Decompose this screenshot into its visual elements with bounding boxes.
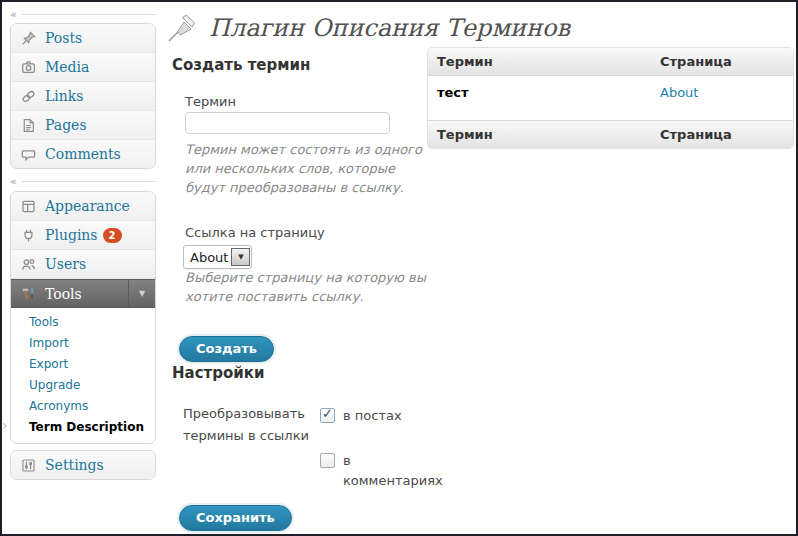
collapse-arrows-icon[interactable]: « <box>10 9 17 20</box>
sidebar-item-tools-current[interactable]: Tools ▼ <box>11 279 155 308</box>
media-icon <box>18 59 38 76</box>
sidebar-item-label: Appearance <box>45 198 130 214</box>
submenu-item-acronyms[interactable]: Acronyms <box>11 396 155 417</box>
sidebar-item-label: Posts <box>45 30 82 46</box>
sidebar-item-label: Comments <box>45 146 121 162</box>
page-select-help-text: Выберите страницу на которую вы хотите п… <box>185 268 433 306</box>
users-icon <box>18 256 38 273</box>
current-item-marker-icon: › <box>2 418 8 432</box>
term-cell: тест <box>428 85 660 100</box>
separator-line <box>22 181 156 182</box>
speech-bubble-icon <box>18 146 38 163</box>
page-header: Плагин Описания Терминов <box>165 7 570 49</box>
sidebar-item-posts[interactable]: Posts <box>11 24 155 53</box>
admin-page: « Posts Media Links <box>0 0 798 536</box>
terms-table: Термин Страница тест About Термин Страни… <box>427 47 794 149</box>
sidebar-item-label: Users <box>45 256 86 272</box>
tools-icon <box>18 285 38 302</box>
sidebar-menu-settings-group: Appearance Plugins 2 Users Tools <box>10 191 156 444</box>
select-arrow-icon[interactable]: ▼ <box>231 248 250 266</box>
sidebar-item-pages[interactable]: Pages <box>11 111 155 140</box>
sidebar-item-users[interactable]: Users <box>11 250 155 279</box>
sidebar-menu-settings: Settings <box>10 450 156 480</box>
sidebar-item-label: Pages <box>45 117 87 133</box>
sidebar-item-media[interactable]: Media <box>11 53 155 82</box>
submenu-item-tools[interactable]: Tools <box>11 312 155 333</box>
table-row: тест About <box>428 76 793 120</box>
comments-checkbox-label: в комментариях <box>343 451 443 491</box>
sidebar-item-label: Settings <box>45 457 104 473</box>
term-input[interactable] <box>185 112 390 134</box>
plug-icon <box>18 227 38 244</box>
sidebar-item-comments[interactable]: Comments <box>11 140 155 168</box>
page-link[interactable]: About <box>660 85 698 100</box>
pushpin-icon <box>18 30 38 47</box>
submenu-item-label: Term Description <box>29 420 144 434</box>
sidebar-separator: « <box>10 175 156 187</box>
convert-terms-label: Преобразовывать термины в ссылки <box>183 403 315 447</box>
column-header-term: Термин <box>428 54 660 69</box>
save-button[interactable]: Сохранить <box>179 505 292 531</box>
page-select[interactable]: About ▼ <box>183 245 252 269</box>
layout-icon <box>18 198 38 215</box>
submenu-item-export[interactable]: Export <box>11 354 155 375</box>
page-select-value: About <box>190 250 231 265</box>
chain-icon <box>18 88 38 105</box>
sidebar-menu-content: Posts Media Links Pages <box>10 23 156 169</box>
term-help-text: Термин может состоять из одного или неск… <box>185 140 433 197</box>
column-footer-term: Термин <box>428 127 660 142</box>
sidebar-item-plugins[interactable]: Plugins 2 <box>11 221 155 250</box>
submenu-item-import[interactable]: Import <box>11 333 155 354</box>
submenu-item-term-description[interactable]: › Term Description <box>11 417 155 438</box>
term-label: Термин <box>185 94 236 109</box>
sidebar-item-label: Tools <box>45 286 82 302</box>
sidebar-item-links[interactable]: Links <box>11 82 155 111</box>
posts-checkbox[interactable] <box>320 408 335 423</box>
settings-heading: Настройки <box>172 364 265 382</box>
checkbox-row-comments: в комментариях <box>320 451 432 491</box>
document-icon <box>18 117 38 134</box>
submenu-item-upgrade[interactable]: Upgrade <box>11 375 155 396</box>
table-header-row: Термин Страница <box>428 48 793 76</box>
page-link-label: Ссылка на страницу <box>185 225 325 240</box>
sidebar-item-label: Links <box>45 88 83 104</box>
sidebar-separator: « <box>10 8 156 20</box>
admin-sidebar: « Posts Media Links <box>10 7 156 480</box>
pushpin-icon <box>165 11 199 45</box>
plugins-update-badge: 2 <box>103 228 122 243</box>
column-footer-page: Страница <box>660 127 793 142</box>
sidebar-item-settings[interactable]: Settings <box>11 451 155 479</box>
tools-submenu: Tools Import Export Upgrade Acronyms › T… <box>11 308 155 443</box>
page-title: Плагин Описания Терминов <box>209 14 570 42</box>
table-footer-row: Термин Страница <box>428 120 793 148</box>
collapse-arrows-icon[interactable]: « <box>10 176 17 187</box>
separator-line <box>22 14 156 15</box>
create-button[interactable]: Создать <box>179 336 274 362</box>
column-header-page: Страница <box>660 54 793 69</box>
comments-checkbox[interactable] <box>320 453 335 468</box>
sidebar-item-appearance[interactable]: Appearance <box>11 192 155 221</box>
settings-icon <box>18 457 38 474</box>
checkbox-row-posts: в постах <box>320 406 402 426</box>
create-term-heading: Создать термин <box>172 56 310 74</box>
sidebar-item-label: Plugins <box>45 227 98 243</box>
posts-checkbox-label: в постах <box>343 406 402 426</box>
sidebar-item-label: Media <box>45 59 89 75</box>
chevron-down-icon[interactable]: ▼ <box>128 280 155 307</box>
